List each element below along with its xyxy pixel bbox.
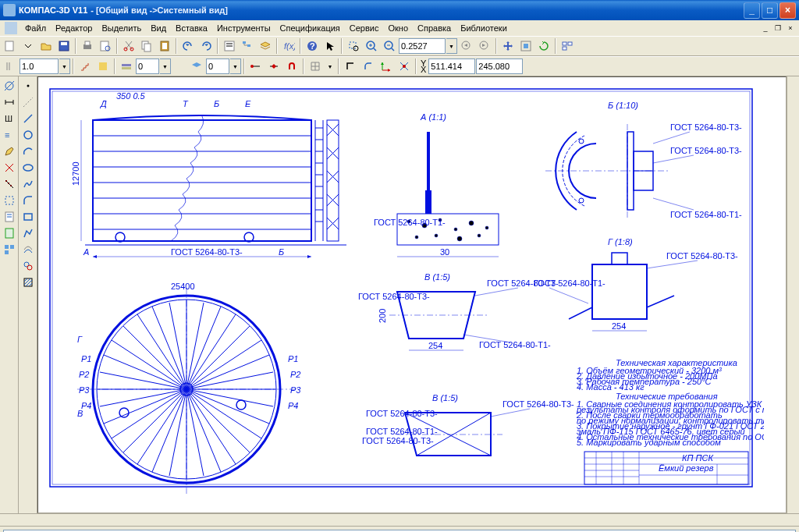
spec-button[interactable]	[2, 209, 17, 225]
menu-file[interactable]: Файл	[20, 22, 51, 34]
drawing-canvas[interactable]: 350 0.5 Д Т Б Е	[37, 76, 787, 513]
snap-enable-button[interactable]	[396, 58, 413, 75]
zoom-fit-button[interactable]	[517, 37, 534, 55]
open-button[interactable]	[37, 37, 55, 55]
mdi-close-button[interactable]: ×	[785, 23, 796, 34]
hatch-tool[interactable]	[20, 275, 36, 290]
copy-button[interactable]	[138, 37, 155, 55]
scale-dropdown[interactable]: ▼	[59, 59, 70, 74]
menu-service[interactable]: Сервис	[345, 22, 384, 34]
notation-button[interactable]: Ш	[2, 111, 17, 126]
paste-button[interactable]	[156, 37, 173, 55]
menu-window[interactable]: Окно	[383, 22, 413, 34]
measure-button[interactable]	[2, 176, 17, 192]
snap-end-button[interactable]	[247, 58, 265, 75]
step-button[interactable]	[76, 58, 94, 75]
redraw-button[interactable]	[535, 37, 552, 55]
fillet-tool[interactable]	[20, 193, 36, 208]
coord-y-input[interactable]	[476, 59, 523, 74]
new-button[interactable]	[2, 37, 19, 55]
scale-input[interactable]	[20, 59, 59, 74]
horizontal-scrollbar[interactable]	[0, 513, 799, 526]
undo-button[interactable]	[179, 37, 197, 55]
svg-text:Р4: Р4	[288, 401, 298, 410]
select-button[interactable]	[2, 193, 17, 208]
construction-button[interactable]: ≡	[2, 127, 17, 143]
ellipse-tool[interactable]	[20, 160, 36, 176]
svg-point-67	[27, 85, 29, 87]
svg-point-182	[415, 236, 418, 239]
zoom-out-button[interactable]	[381, 37, 398, 55]
line-tool[interactable]	[20, 111, 36, 126]
grid-button[interactable]	[307, 58, 324, 75]
svg-text:4. Масса - 413 кг: 4. Масса - 413 кг	[577, 382, 645, 392]
zoom-dropdown[interactable]: ▼	[446, 38, 457, 54]
zoom-in-button[interactable]	[363, 37, 380, 55]
menu-view[interactable]: Вид	[146, 22, 171, 34]
coord-x-input[interactable]	[428, 59, 475, 74]
menu-lib[interactable]: Библиотеки	[456, 22, 512, 34]
param-button[interactable]	[2, 160, 17, 176]
menu-edit[interactable]: Редактор	[51, 22, 97, 34]
aux-line-tool[interactable]	[20, 94, 36, 110]
preview-button[interactable]	[97, 37, 114, 55]
menu-help[interactable]: Справка	[413, 22, 456, 34]
layer-num-dropdown[interactable]: ▼	[230, 59, 241, 74]
layers-button[interactable]	[257, 37, 274, 55]
layer-toggle-button[interactable]	[118, 58, 135, 75]
help-button[interactable]: ?	[304, 37, 321, 55]
svg-text:КП ПСК: КП ПСК	[682, 453, 713, 463]
layer2-button[interactable]	[188, 58, 205, 75]
spline-tool[interactable]	[20, 176, 36, 192]
zoom-input[interactable]	[399, 38, 446, 54]
vertical-scrollbar[interactable]	[787, 76, 799, 513]
round-button[interactable]	[360, 58, 377, 75]
mdi-max-button[interactable]: ❐	[772, 23, 783, 34]
save-button[interactable]	[55, 37, 73, 55]
circle-tool[interactable]	[20, 127, 36, 143]
svg-point-45	[250, 65, 254, 68]
dimensions-button[interactable]	[2, 94, 17, 110]
mdi-min-button[interactable]: _	[760, 23, 771, 34]
contour-tool[interactable]	[20, 225, 36, 241]
zoom-next-button[interactable]	[476, 37, 493, 55]
layer-a-dropdown[interactable]: ▼	[160, 59, 171, 74]
state-button[interactable]	[94, 58, 112, 75]
edit-button[interactable]	[2, 144, 17, 159]
svg-point-49	[403, 65, 406, 68]
reports-button[interactable]	[2, 225, 17, 241]
layer-num-input[interactable]	[206, 59, 229, 74]
menu-insert[interactable]: Вставка	[171, 22, 212, 34]
cut-button[interactable]	[120, 37, 137, 55]
gather-tool[interactable]	[20, 258, 36, 274]
variables-button[interactable]: f(x)	[280, 37, 297, 55]
menu-tools[interactable]: Инструменты	[212, 22, 275, 34]
arc-tool[interactable]	[20, 144, 36, 159]
local-cs-button[interactable]	[378, 58, 395, 75]
snap-toggle-button[interactable]	[283, 58, 300, 75]
grid-dropdown[interactable]: ▼	[325, 59, 336, 74]
close-button[interactable]: ×	[779, 2, 796, 19]
equidist-tool[interactable]	[20, 242, 36, 257]
rect-tool[interactable]	[20, 209, 36, 225]
geometry-button[interactable]	[2, 78, 17, 94]
maximize-button[interactable]: □	[762, 2, 778, 19]
views-button[interactable]	[2, 242, 17, 257]
point-tool[interactable]	[20, 78, 36, 94]
print-button[interactable]	[79, 37, 96, 55]
menu-spec[interactable]: Спецификация	[275, 22, 345, 34]
pan-button[interactable]	[499, 37, 517, 55]
tree-button[interactable]	[239, 37, 256, 55]
pointer-button[interactable]	[321, 37, 339, 55]
props-button[interactable]	[221, 37, 238, 55]
zoom-window-button[interactable]	[345, 37, 362, 55]
menu-select[interactable]: Выделить	[97, 22, 146, 34]
new-drop-button[interactable]	[20, 37, 37, 55]
redo-button[interactable]	[197, 37, 215, 55]
layer-a-input[interactable]	[136, 59, 159, 74]
window-list-button[interactable]	[559, 37, 576, 55]
snap-mid-button[interactable]	[265, 58, 282, 75]
ortho-button[interactable]	[342, 58, 359, 75]
minimize-button[interactable]: _	[744, 2, 760, 19]
zoom-prev-button[interactable]	[458, 37, 475, 55]
